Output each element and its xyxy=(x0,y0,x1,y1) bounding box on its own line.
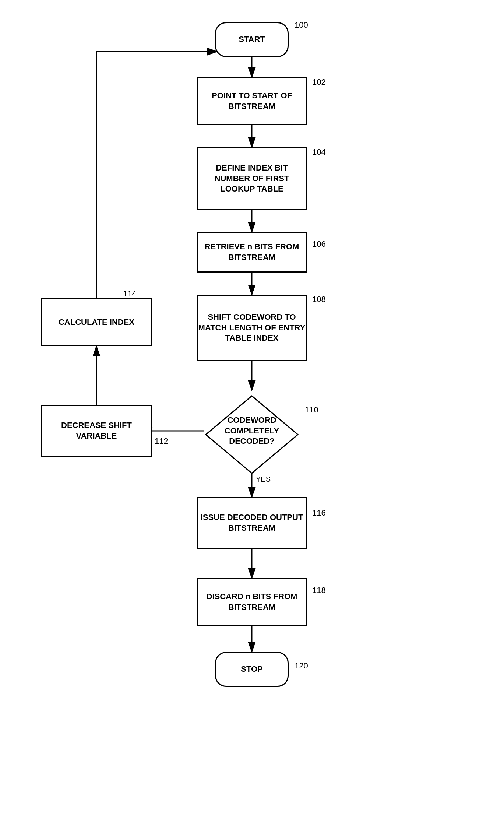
node-114-label: CALCULATE INDEX xyxy=(59,317,134,328)
node-118-label: DISCARD n BITS FROM BITSTREAM xyxy=(198,591,306,612)
node-118: DISCARD n BITS FROM BITSTREAM xyxy=(197,578,307,626)
label-118: 118 xyxy=(312,586,326,595)
label-104: 104 xyxy=(312,147,326,157)
label-102: 102 xyxy=(312,77,326,87)
node-114: CALCULATE INDEX xyxy=(41,298,152,346)
label-106: 106 xyxy=(312,239,326,249)
label-114: 114 xyxy=(123,289,137,299)
node-110-label: CODEWORD COMPLETELY DECODED? xyxy=(219,415,285,447)
node-106: RETRIEVE n BITS FROM BITSTREAM xyxy=(197,232,307,273)
label-112: 112 xyxy=(155,436,168,446)
label-120: 120 xyxy=(295,661,308,671)
node-108-label: SHIFT CODEWORD TO MATCH LENGTH OF ENTRY … xyxy=(198,312,306,344)
node-108: SHIFT CODEWORD TO MATCH LENGTH OF ENTRY … xyxy=(197,295,307,361)
start-node: START xyxy=(215,22,289,57)
label-116: 116 xyxy=(312,508,326,518)
yes-label: YES xyxy=(256,475,271,484)
node-112: DECREASE SHIFT VARIABLE xyxy=(41,405,152,457)
node-116-label: ISSUE DECODED OUTPUT BITSTREAM xyxy=(198,512,306,533)
start-label: START xyxy=(239,34,265,45)
stop-node: STOP xyxy=(215,652,289,687)
flowchart-diagram: START 100 POINT TO START OF BITSTREAM 10… xyxy=(0,0,504,822)
node-104: DEFINE INDEX BIT NUMBER OF FIRST LOOKUP … xyxy=(197,147,307,210)
node-106-label: RETRIEVE n BITS FROM BITSTREAM xyxy=(198,242,306,263)
node-110-diamond: CODEWORD COMPLETELY DECODED? xyxy=(204,394,300,468)
stop-label: STOP xyxy=(241,664,263,675)
node-104-label: DEFINE INDEX BIT NUMBER OF FIRST LOOKUP … xyxy=(198,163,306,194)
node-112-label: DECREASE SHIFT VARIABLE xyxy=(42,420,151,441)
label-108: 108 xyxy=(312,295,326,304)
node-102: POINT TO START OF BITSTREAM xyxy=(197,77,307,125)
node-116: ISSUE DECODED OUTPUT BITSTREAM xyxy=(197,497,307,549)
label-110: 110 xyxy=(305,405,318,415)
node-110-wrapper: CODEWORD COMPLETELY DECODED? xyxy=(204,390,300,471)
label-100: 100 xyxy=(295,20,308,30)
node-102-label: POINT TO START OF BITSTREAM xyxy=(198,91,306,112)
